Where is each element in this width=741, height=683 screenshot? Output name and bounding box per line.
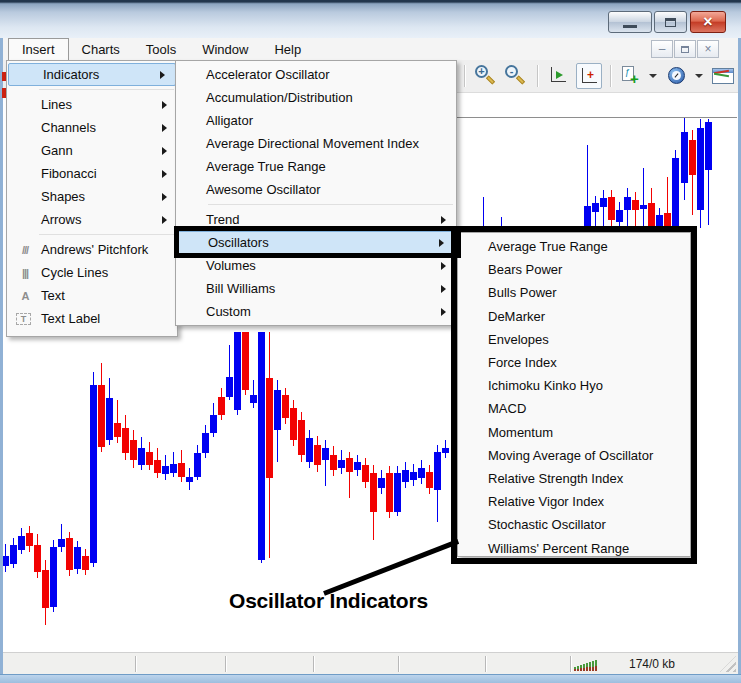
menu-item-channels[interactable]: Channels: [7, 116, 177, 139]
menu-item-text-label[interactable]: TText Label: [7, 307, 177, 330]
menu-bar: InsertChartsToolsWindowHelp– ×: [3, 38, 738, 60]
menu-item-lines[interactable]: Lines: [7, 93, 177, 116]
templates-icon[interactable]: [711, 63, 737, 89]
menu-item-label: Trend: [206, 212, 239, 227]
menu-item-arrows[interactable]: Arrows: [7, 208, 177, 231]
candle-body: [162, 466, 169, 474]
menu-item-accelerator-oscillator[interactable]: Accelerator Oscillator: [176, 63, 456, 86]
menubar-item-window[interactable]: Window: [189, 38, 261, 60]
candle-body: [306, 438, 313, 462]
menu-item-label: Lines: [41, 97, 72, 112]
connection-bars-icon: [574, 657, 600, 671]
candle-body: [138, 448, 145, 465]
submenu-arrow-icon: [162, 101, 167, 109]
menubar-item-help[interactable]: Help: [261, 38, 314, 60]
dropdown-caret-icon[interactable]: [695, 74, 703, 78]
candle-body: [616, 210, 623, 222]
candle-body: [370, 473, 377, 512]
statusbar-divider: [570, 656, 571, 672]
window-close-button[interactable]: ×: [690, 11, 726, 33]
menu-item-awesome-oscillator[interactable]: Awesome Oscillator: [176, 178, 456, 201]
menu-item-indicators[interactable]: Indicators: [8, 63, 176, 86]
zoom-out-icon[interactable]: -: [503, 63, 529, 89]
menu-item-label: Text: [41, 288, 65, 303]
add-indicator-icon[interactable]: +: [619, 63, 645, 89]
candle-body: [18, 536, 25, 550]
menu-item-label: Custom: [206, 304, 251, 319]
menu-item-text[interactable]: AText: [7, 284, 177, 307]
window-maximize-button[interactable]: [654, 11, 687, 33]
menu-item-accumulation-distribution[interactable]: Accumulation/Distribution: [176, 86, 456, 109]
candle-body: [274, 390, 281, 430]
window-minimize-button[interactable]: [608, 11, 652, 33]
signal-bar: [595, 660, 597, 671]
candle-body: [322, 448, 329, 460]
dropdown-caret-icon[interactable]: [649, 74, 657, 78]
menu-item-andrews-pitchfork[interactable]: ///Andrews' Pitchfork: [7, 238, 177, 261]
menubar-item-insert[interactable]: Insert: [8, 38, 69, 60]
candle-body: [218, 397, 225, 415]
candle-body: [154, 460, 161, 473]
candle-body: [426, 472, 433, 488]
candle-body: [258, 332, 265, 560]
pitchfork-icon: ///: [14, 244, 36, 256]
annotation-box-oscillators-item: [174, 226, 461, 258]
submenu-arrow-icon: [162, 124, 167, 132]
menu-item-gann[interactable]: Gann: [7, 139, 177, 162]
candle-body: [697, 128, 704, 210]
menubar-item-charts[interactable]: Charts: [69, 38, 133, 60]
candle-body: [402, 470, 409, 482]
menu-item-average-true-range[interactable]: Average True Range: [176, 155, 456, 178]
window-border-left: [0, 38, 3, 674]
auto-scroll-icon[interactable]: [546, 63, 572, 89]
submenu-arrow-icon: [441, 216, 446, 224]
candle-body: [346, 458, 353, 472]
mdi-close-button[interactable]: ×: [697, 40, 719, 58]
candle-body: [632, 200, 639, 210]
menu-item-label: Cycle Lines: [41, 265, 108, 280]
menu-item-custom[interactable]: Custom: [176, 300, 456, 323]
candle-body: [170, 464, 177, 473]
menubar-item-tools[interactable]: Tools: [133, 38, 189, 60]
title-bar[interactable]: ×: [0, 0, 741, 38]
mdi-restore-button[interactable]: [674, 40, 696, 58]
menu-item-label: Channels: [41, 120, 96, 135]
statusbar-divider: [485, 656, 486, 672]
periods-clock-icon[interactable]: [665, 63, 691, 89]
menu-item-label: Average True Range: [206, 159, 326, 174]
signal-bar: [574, 667, 576, 671]
signal-bar: [580, 665, 582, 671]
menu-item-bill-williams[interactable]: Bill Williams: [176, 277, 456, 300]
candle-body: [122, 428, 129, 453]
menu-item-alligator[interactable]: Alligator: [176, 109, 456, 132]
menu-item-label: Average Directional Movement Index: [206, 136, 419, 151]
menu-item-average-directional-movement-index[interactable]: Average Directional Movement Index: [176, 132, 456, 155]
signal-bar: [592, 661, 594, 671]
menu-item-label: Bill Williams: [206, 281, 275, 296]
menu-item-shapes[interactable]: Shapes: [7, 185, 177, 208]
menu-item-fibonacci[interactable]: Fibonacci: [7, 162, 177, 185]
minimize-icon: [623, 25, 637, 28]
candle-body: [130, 440, 137, 460]
candle-body: [592, 203, 599, 212]
annotation-label: Oscillator Indicators: [229, 589, 428, 613]
submenu-arrow-icon: [162, 193, 167, 201]
candle-body: [114, 423, 121, 437]
candle-body: [106, 398, 113, 440]
chart-shift-icon[interactable]: +: [576, 63, 602, 89]
candle-body: [2, 556, 9, 566]
candle-body: [82, 556, 89, 570]
candle-body: [50, 547, 57, 607]
candle-body: [74, 547, 81, 569]
candle-body: [266, 378, 273, 478]
candle-body: [34, 545, 41, 572]
signal-bar: [586, 663, 588, 671]
mdi-minimize-button[interactable]: –: [651, 40, 673, 58]
menu-item-cycle-lines[interactable]: |||Cycle Lines: [7, 261, 177, 284]
resize-grip-icon[interactable]: [720, 656, 736, 672]
candle-body: [338, 460, 345, 468]
zoom-in-icon[interactable]: +: [473, 63, 499, 89]
candle-body: [98, 385, 105, 447]
mdi-close-icon: ×: [704, 42, 711, 56]
candle-wick: [61, 524, 62, 552]
